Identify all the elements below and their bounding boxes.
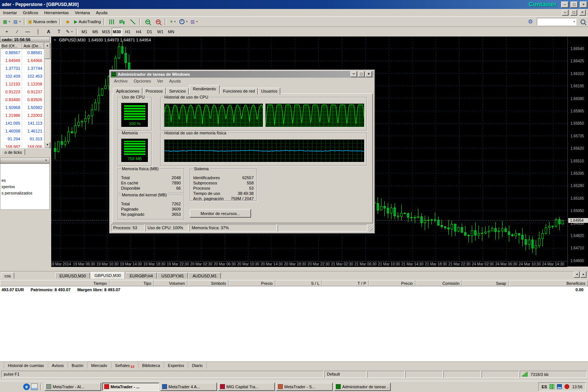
terminal-column-comisi-n-8[interactable]: Comisión — [415, 280, 462, 286]
tab-scroll-right-icon[interactable]: ► — [581, 271, 587, 278]
market-watch-row[interactable]: 102.439102.453 — [0, 72, 44, 80]
terminal-column-t-p-6[interactable]: T / P — [322, 280, 369, 286]
timeframe-m1[interactable]: M1 — [79, 28, 90, 36]
status-profile[interactable]: Default — [324, 371, 366, 378]
taskbar-button-metatrader-al[interactable]: MetaTrader - Al... — [44, 383, 101, 391]
market-watch-row[interactable]: 1.121931.12208 — [0, 80, 44, 88]
terminal-column-beneficios-10[interactable]: Beneficios — [509, 280, 588, 286]
bid-column-header[interactable]: Bid (Of... — [0, 43, 22, 49]
expert-advisors-button[interactable]: ◆ — [62, 18, 73, 26]
settings-button[interactable]: ⚙ — [525, 18, 536, 26]
terminal-column-tipo-1[interactable]: Tipo — [109, 280, 154, 286]
price-chart-tray-icon[interactable] — [550, 384, 554, 389]
terminal-tab-biblioteca[interactable]: Biblioteca — [139, 363, 164, 368]
market-watch-row[interactable]: 168.982169.006 — [0, 143, 44, 148]
market-watch-scrollbar[interactable]: ▲ ▼ — [44, 43, 50, 148]
tm-menu-opciones[interactable]: Opciones — [131, 78, 154, 84]
language-indicator[interactable]: ES — [542, 385, 547, 389]
terminal-column-tiempo-0[interactable]: Tiempo — [0, 280, 109, 286]
periods-button[interactable]: ▼ — [178, 18, 189, 26]
navigator-item[interactable]: s personalizados — [0, 190, 49, 196]
profiles-button[interactable]: ▤▼ — [12, 18, 22, 26]
navigator-close-icon[interactable]: × — [44, 158, 49, 163]
market-watch-caption[interactable]: cado: 15:56:56 — [0, 37, 50, 43]
maximize-button[interactable]: □ — [570, 1, 578, 8]
terminal-column-volumen-2[interactable]: Volumen — [154, 280, 188, 286]
draw-tools-button[interactable]: ✎▼ — [64, 28, 75, 36]
taskbar-button-metatrader[interactable]: MetaTrader - ... — [102, 383, 159, 391]
autotrading-button[interactable]: ▶AutoTrading — [73, 18, 102, 26]
chart-tab-usdjpy-m1[interactable]: USDJPY,M1 — [157, 273, 188, 279]
market-watch-row[interactable]: 141.095141.113 — [0, 119, 44, 127]
terminal-tab-historial-de-cuentas[interactable]: Historial de cuentas — [4, 363, 48, 368]
clock[interactable]: 13:56 — [572, 385, 582, 389]
tick-chart-tab[interactable]: o de ticks — [1, 149, 25, 155]
indicators-button[interactable]: +▼ — [168, 18, 178, 26]
tm-tab-funciones-de-red[interactable]: Funciones de red — [220, 88, 258, 94]
menu-insertar[interactable]: Insertar — [0, 9, 20, 16]
market-watch-row[interactable]: 91.29491.313 — [0, 135, 44, 143]
zoom-out-button[interactable] — [153, 18, 163, 26]
scroll-up-icon[interactable]: ▲ — [44, 43, 50, 49]
market-watch-row[interactable]: 1.509681.50982 — [0, 104, 44, 112]
tm-tab-rendimiento[interactable]: Rendimiento — [189, 85, 220, 94]
timeframe-m5[interactable]: M5 — [90, 28, 100, 36]
timeframe-h1[interactable]: H1 — [123, 28, 133, 36]
tm-close-button[interactable]: × — [365, 71, 372, 77]
account-balance-row[interactable]: 493.07 EURPatrimonio: 8 493.07Margen lib… — [0, 286, 588, 293]
navigator-item[interactable]: es — [0, 177, 49, 184]
task-manager-title-bar[interactable]: Administrador de tareas de Windows – □ × — [111, 71, 374, 78]
navigator-item[interactable]: xpertos — [0, 184, 49, 190]
horizontal-line-button[interactable]: — — [22, 28, 33, 36]
market-watch-row[interactable]: 1.219861.22003 — [0, 112, 44, 119]
market-watch-row[interactable]: 1.649491.64966 — [0, 57, 44, 65]
show-desktop-icon[interactable] — [31, 383, 38, 390]
tm-menu-archivo[interactable]: Archivo — [111, 78, 131, 84]
docked-panel-tab[interactable]: cos — [1, 273, 14, 279]
taskbar-button-metatrader-4-a[interactable]: MetaTrader 4 A... — [160, 383, 217, 391]
chart-tab-eurusd-m30[interactable]: EURUSD,M30 — [55, 273, 90, 279]
market-watch-row[interactable]: 1.377311.37744 — [0, 65, 44, 72]
terminal-column-swap-9[interactable]: Swap — [462, 280, 509, 286]
trendline-button[interactable]: ∕ — [12, 28, 22, 36]
market-watch-row[interactable]: 0.885670.88581 — [0, 49, 44, 57]
resource-monitor-button[interactable]: Monitor de recursos... — [190, 209, 251, 218]
mdi-close-button[interactable]: × — [579, 10, 586, 16]
terminal-tab-expertos[interactable]: Expertos — [164, 363, 188, 368]
terminal-column-s-mbolo-3[interactable]: Símbolo — [188, 280, 229, 286]
timeframe-m30[interactable]: M30 — [112, 28, 122, 36]
line-chart-button[interactable] — [127, 18, 138, 26]
price-scale[interactable]: 1.665401.664251.663101.661951.660801.659… — [567, 37, 588, 267]
search-button[interactable] — [578, 18, 588, 26]
timeframe-h4[interactable]: H4 — [133, 28, 144, 36]
scroll-down-icon[interactable]: ▼ — [44, 142, 50, 148]
menu-gr-ficos[interactable]: Gráficos — [20, 9, 41, 16]
tm-tab-usuarios[interactable]: Usuarios — [258, 88, 280, 94]
new-chart-button[interactable]: ▦▼ — [1, 18, 12, 26]
tm-menu-ver[interactable]: Ver — [154, 78, 166, 84]
tm-tab-servicios[interactable]: Servicios — [166, 88, 189, 94]
minimize-button[interactable]: – — [561, 1, 569, 8]
close-button[interactable]: × — [580, 1, 587, 8]
ask-column-header[interactable]: Ask (De... — [22, 43, 44, 49]
templates-button[interactable]: ▨▼ — [189, 18, 199, 26]
network-tray-icon[interactable] — [557, 384, 562, 389]
chart-tab-gbpusd-m30[interactable]: GBPUSD,M30 — [90, 272, 125, 279]
terminal-tab-diario[interactable]: Diario — [188, 363, 207, 368]
chart-tab-eurgbp-h4[interactable]: EURGBP,H4 — [126, 273, 157, 279]
zoom-in-button[interactable] — [142, 18, 153, 26]
text-label-button[interactable]: T — [54, 28, 64, 36]
scrollbar-thumb[interactable] — [44, 49, 50, 59]
tm-tab-aplicaciones[interactable]: Aplicaciones — [113, 88, 142, 94]
tm-menu-ayuda[interactable]: Ayuda — [166, 78, 184, 84]
terminal-tab-buz-n[interactable]: Buzón — [68, 363, 87, 368]
bar-chart-button[interactable] — [106, 18, 117, 26]
internet-explorer-icon[interactable]: e — [23, 383, 30, 390]
search-dropdown-icon[interactable]: ▼ — [573, 21, 575, 23]
chart-tab-audusd-m1[interactable]: AUDUSD,M1 — [188, 273, 221, 279]
terminal-tab-mercado[interactable]: Mercado — [87, 363, 111, 368]
tm-tab-procesos[interactable]: Procesos — [143, 88, 166, 94]
crosshair-button[interactable]: + — [1, 28, 12, 36]
market-watch-row[interactable]: 1.460981.46121 — [0, 127, 44, 135]
menu-herramientas[interactable]: Herramientas — [41, 9, 72, 16]
